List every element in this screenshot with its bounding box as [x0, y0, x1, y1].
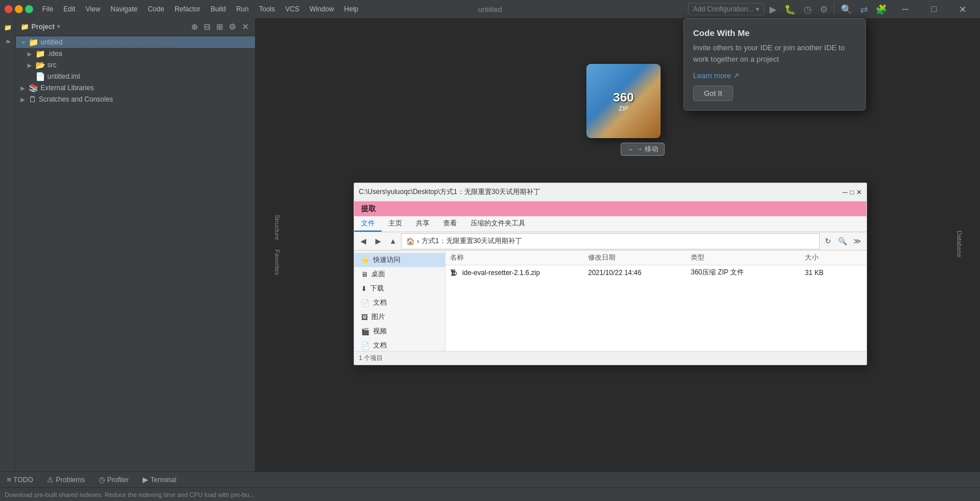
- move-arrow-icon: →: [627, 146, 634, 153]
- menu-file[interactable]: File: [38, 3, 58, 15]
- fe-breadcrumb-home-icon: 🏠: [406, 237, 415, 245]
- extract-label: 提取: [361, 204, 376, 214]
- collapse-icon[interactable]: ⊟: [202, 21, 212, 33]
- fe-sidebar-downloads[interactable]: ⬇ 下载: [354, 281, 445, 296]
- file-size: 31 KB: [805, 269, 862, 277]
- menu-window[interactable]: Window: [305, 3, 339, 15]
- file-explorer[interactable]: C:\Users\yuluoqc\Desktop\方式1：无限重置30天试用期补…: [354, 183, 867, 365]
- fe-search-btn[interactable]: 🔍: [836, 235, 849, 248]
- cwm-description: Invite others to your IDE or join anothe…: [693, 42, 856, 64]
- menu-help[interactable]: Help: [339, 3, 363, 15]
- bookmark-icon[interactable]: ⚑: [1, 35, 15, 49]
- fe-sidebar-pictures[interactable]: 🖼 图片: [354, 310, 445, 324]
- tree-item-src[interactable]: ▶ 📂 src: [16, 59, 255, 71]
- chevron-right-icon: ▶: [27, 51, 33, 57]
- todo-button[interactable]: ≡ TODO: [5, 474, 35, 485]
- fe-refresh-btn[interactable]: ↻: [821, 235, 835, 248]
- bottom-toolbar: ≡ TODO ⚠ Problems ◷ Profiler ▶ Terminal: [0, 471, 980, 487]
- cwm-button[interactable]: ⇄: [857, 2, 870, 17]
- structure-tab[interactable]: Structure: [272, 210, 283, 245]
- settings-button[interactable]: ⚙: [817, 2, 831, 17]
- fe-more-btn[interactable]: ≫: [851, 235, 864, 248]
- move-label: → 移动: [636, 144, 658, 154]
- minimize-button[interactable]: ─: [892, 0, 918, 18]
- menu-view[interactable]: View: [81, 3, 105, 15]
- gear-icon[interactable]: ⚙: [227, 21, 238, 33]
- profiler-button[interactable]: ◷ Profiler: [96, 474, 131, 485]
- problems-button[interactable]: ⚠ Problems: [44, 474, 87, 485]
- search-everywhere-button[interactable]: 🔍: [838, 2, 855, 17]
- menu-code[interactable]: Code: [143, 3, 169, 15]
- fe-back-btn[interactable]: ◀: [357, 235, 370, 248]
- menu-edit[interactable]: Edit: [59, 3, 80, 15]
- debug-button[interactable]: 🐛: [781, 2, 799, 17]
- fe-sidebar-documents[interactable]: 📄 文档: [354, 296, 445, 310]
- fe-tab-view[interactable]: 查看: [436, 216, 464, 232]
- fe-main: 名称 修改日期 类型 大小 🗜 ide-eval-resetter-2.1.6.…: [446, 251, 866, 351]
- tree-item-scratches[interactable]: ▶ 🗒 Scratches and Consoles: [16, 94, 255, 105]
- fe-titlebar: C:\Users\yuluoqc\Desktop\方式1：无限重置30天试用期补…: [354, 183, 866, 201]
- menu-refactor[interactable]: Refactor: [170, 3, 205, 15]
- minimize-dot[interactable]: [15, 5, 23, 13]
- fe-minimize-btn[interactable]: ─: [843, 188, 848, 196]
- fe-maximize-btn[interactable]: □: [850, 188, 854, 196]
- close-button[interactable]: ✕: [949, 0, 975, 18]
- restore-button[interactable]: □: [921, 0, 947, 18]
- project-icon[interactable]: 📁: [1, 21, 15, 34]
- database-tab[interactable]: Database: [953, 237, 966, 251]
- status-message: Download pre-built shared indexes: Reduc…: [5, 491, 254, 498]
- tree-item-idea[interactable]: ▶ 📁 .idea: [16, 48, 255, 59]
- menu-navigate[interactable]: Navigate: [106, 3, 142, 15]
- fe-forward-btn[interactable]: ▶: [371, 235, 385, 248]
- profiler-icon: ◷: [99, 475, 105, 484]
- fe-tab-zip-tools[interactable]: 压缩的文件夹工具: [464, 216, 532, 232]
- problems-label: Problems: [56, 476, 85, 484]
- tree-item-extlibs[interactable]: ▶ 📚 External Libraries: [16, 82, 255, 94]
- project-folder-icon: 📁: [29, 38, 38, 47]
- fe-tab-share[interactable]: 共享: [409, 216, 436, 232]
- fe-tab-home[interactable]: 主页: [382, 216, 409, 232]
- profile-button[interactable]: ◷: [801, 2, 815, 17]
- fe-sidebar-desktop[interactable]: 🖥 桌面: [354, 267, 445, 281]
- fe-sidebar-quick-access[interactable]: ⭐ 快速访问: [354, 253, 445, 267]
- tree-item-iml[interactable]: ▶ 📄 untitled.iml: [16, 71, 255, 82]
- fe-up-btn[interactable]: ▲: [386, 235, 400, 248]
- star-icon: ⭐: [361, 256, 370, 264]
- locate-icon[interactable]: ⊕: [189, 21, 200, 33]
- cwm-title: Code With Me: [693, 28, 856, 38]
- terminal-button[interactable]: ▶ Terminal: [140, 474, 179, 485]
- close-panel-icon[interactable]: ✕: [240, 21, 250, 33]
- menu-build[interactable]: Build: [206, 3, 230, 15]
- fe-close-btn[interactable]: ✕: [856, 188, 862, 196]
- sidebar-label: 文档: [373, 298, 387, 308]
- fe-address-bar[interactable]: 🏠 › 方式1：无限重置30天试用期补丁: [401, 233, 820, 249]
- title-bar: File Edit View Navigate Code Refactor Bu…: [0, 0, 980, 18]
- run-config-dropdown[interactable]: Add Configuration... ▾: [688, 3, 764, 15]
- video-icon: 🎬: [361, 328, 370, 336]
- project-header: 📁 Project ▾ ⊕ ⊟ ⊞ ⚙ ✕: [16, 18, 255, 35]
- scratch-icon: 🗒: [29, 95, 37, 104]
- menu-tools[interactable]: Tools: [254, 3, 280, 15]
- project-header-title: 📁 Project ▾: [21, 23, 60, 31]
- fe-file-row[interactable]: 🗜 ide-eval-resetter-2.1.6.zip 2021/10/22…: [446, 265, 866, 280]
- run-button[interactable]: ▶: [767, 2, 779, 17]
- project-toolbar: ⊕ ⊟ ⊞ ⚙ ✕: [189, 21, 250, 33]
- maximize-dot[interactable]: [25, 5, 33, 13]
- menu-run[interactable]: Run: [232, 3, 253, 15]
- tree-root[interactable]: ▼ 📁 untitled C:\Users\yuluoqc\IdeaProjec…: [16, 37, 255, 48]
- got-it-button[interactable]: Got It: [693, 86, 733, 101]
- plugin-button[interactable]: 🧩: [873, 2, 890, 17]
- fe-status-bar: 1 个项目: [354, 351, 866, 365]
- fe-tab-file[interactable]: 文件: [354, 216, 382, 232]
- favorites-tab[interactable]: Favorites: [272, 245, 283, 280]
- cwm-learn-more[interactable]: Learn more ↗: [693, 71, 739, 80]
- fe-sidebar-videos[interactable]: 🎬 视频: [354, 324, 445, 338]
- right-vert-tabs: Database: [953, 18, 964, 471]
- fe-nav-bar: ◀ ▶ ▲ 🏠 › 方式1：无限重置30天试用期补丁 ↻ 🔍 ≫: [354, 232, 866, 251]
- fe-sidebar-docs2[interactable]: 📄 文档: [354, 338, 445, 351]
- menu-vcs[interactable]: VCS: [281, 3, 304, 15]
- expand-icon[interactable]: ⊞: [214, 21, 225, 33]
- close-dot[interactable]: [5, 5, 13, 13]
- sidebar-label: 快速访问: [373, 255, 400, 265]
- iml-file-icon: 📄: [35, 72, 45, 81]
